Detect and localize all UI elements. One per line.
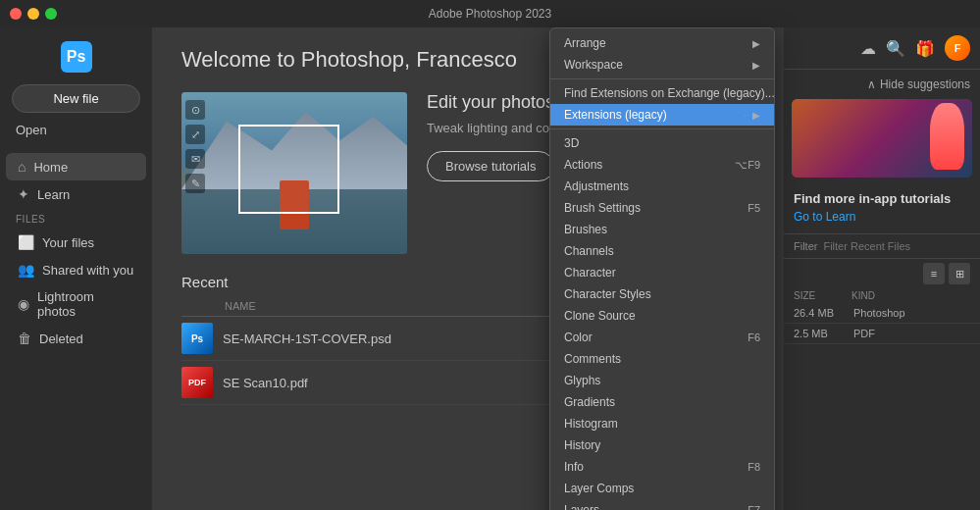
grid-view-button[interactable]: ⊞: [949, 263, 970, 284]
dropdown-item-histogram[interactable]: Histogram: [550, 413, 774, 434]
dropdown-item-layers[interactable]: Layers F7: [550, 499, 774, 510]
right-file-kind: Photoshop: [853, 307, 970, 319]
learn-icon: ✦: [18, 186, 29, 202]
selection-box: [238, 125, 340, 214]
filter-input[interactable]: [823, 240, 970, 252]
list-view-button[interactable]: ≡: [923, 263, 945, 284]
view-toggle: ≡ ⊞: [784, 259, 980, 288]
item-label: 3D: [564, 136, 760, 150]
shortcut-label: F6: [748, 332, 760, 343]
window-menu-dropdown[interactable]: Arrange ▶ Workspace ▶ Find Extensions on…: [549, 27, 775, 510]
dropdown-item-channels[interactable]: Channels: [550, 240, 774, 262]
filter-label: Filter: [794, 240, 817, 252]
sidebar: Ps New file Open ⌂ Home ✦ Learn FILES ⬜ …: [0, 27, 152, 510]
item-label: Color: [564, 331, 748, 344]
sidebar-item-learn-label: Learn: [37, 187, 70, 202]
tool-lasso: ⊙: [185, 100, 205, 120]
gift-icon[interactable]: 🎁: [915, 39, 935, 58]
tool-envelope: ✉: [185, 149, 205, 169]
sidebar-item-home[interactable]: ⌂ Home: [6, 153, 146, 180]
right-col-size: SIZE: [794, 290, 848, 301]
arrange-label: Arrange: [564, 36, 752, 50]
item-label: Character: [564, 266, 760, 280]
dropdown-item-glyphs[interactable]: Glyphs: [550, 370, 774, 391]
shortcut-label: F5: [748, 202, 760, 214]
dropdown-item-character[interactable]: Character: [550, 262, 774, 283]
dropdown-item-clone-source[interactable]: Clone Source: [550, 305, 774, 327]
dropdown-item-3d[interactable]: 3D: [550, 132, 774, 154]
right-file-size: 2.5 MB: [794, 328, 848, 339]
open-button[interactable]: Open: [0, 119, 152, 141]
dropdown-item-gradients[interactable]: Gradients: [550, 391, 774, 413]
item-label: Channels: [564, 244, 760, 258]
item-label: Glyphs: [564, 374, 760, 387]
minimize-button[interactable]: [27, 8, 39, 20]
sidebar-item-lightroom[interactable]: ◉ Lightroom photos: [6, 283, 146, 325]
workspace-label: Workspace: [564, 58, 752, 72]
avatar[interactable]: F: [945, 35, 970, 61]
dropdown-item-character-styles[interactable]: Character Styles: [550, 283, 774, 305]
item-label: Brushes: [564, 223, 760, 236]
shortcut-label: F7: [748, 504, 760, 510]
right-file-item[interactable]: 2.5 MB PDF: [784, 324, 980, 344]
right-file-size: 26.4 MB: [794, 307, 848, 319]
trash-icon: 🗑: [18, 331, 31, 346]
hide-suggestions-label: Hide suggestions: [880, 77, 970, 91]
sidebar-item-learn[interactable]: ✦ Learn: [6, 180, 146, 208]
item-label: Adjustments: [564, 179, 760, 193]
find-extensions-label: Find Extensions on Exchange (legacy)...: [564, 86, 775, 100]
dropdown-item-find-extensions[interactable]: Find Extensions on Exchange (legacy)...: [550, 82, 774, 104]
dropdown-item-actions[interactable]: Actions ⌥F9: [550, 154, 774, 176]
item-label: Gradients: [564, 395, 760, 409]
shared-label: Shared with you: [42, 263, 133, 278]
item-label: Comments: [564, 352, 760, 366]
item-label: History: [564, 438, 760, 452]
shortcut-label: ⌥F9: [735, 159, 760, 172]
right-file-item[interactable]: 26.4 MB Photoshop: [784, 303, 980, 324]
chevron-up-icon: ∧: [867, 77, 876, 91]
dropdown-item-brushes[interactable]: Brushes: [550, 219, 774, 240]
maximize-button[interactable]: [45, 8, 57, 20]
dropdown-item-history[interactable]: History: [550, 434, 774, 456]
new-file-button[interactable]: New file: [12, 84, 140, 113]
item-label: Info: [564, 460, 748, 474]
file-name: SE-MARCH-1ST-COVER.psd: [223, 332, 588, 346]
dropdown-item-arrange[interactable]: Arrange ▶: [550, 32, 774, 54]
item-label: Brush Settings: [564, 201, 748, 215]
sidebar-item-deleted[interactable]: 🗑 Deleted: [6, 325, 146, 352]
dropdown-item-workspace[interactable]: Workspace ▶: [550, 54, 774, 76]
file-thumbnail: PDF: [181, 367, 213, 398]
dropdown-item-info[interactable]: Info F8: [550, 456, 774, 478]
tutorials-title: Find more in-app tutorials: [784, 185, 980, 208]
suggestions-image: [792, 99, 972, 178]
hide-suggestions-button[interactable]: ∧ Hide suggestions: [784, 70, 980, 99]
close-button[interactable]: [10, 8, 22, 20]
dropdown-item-extensions-legacy[interactable]: Extensions (legacy) ← ▶: [550, 104, 774, 126]
dropdown-item-adjustments[interactable]: Adjustments: [550, 176, 774, 197]
cloud-icon[interactable]: ☁: [860, 39, 876, 58]
tool-pen: ✎: [185, 174, 205, 193]
your-files-label: Your files: [42, 235, 94, 250]
sidebar-item-shared[interactable]: 👥 Shared with you: [6, 256, 146, 283]
menu-separator: [550, 128, 774, 129]
sidebar-item-your-files[interactable]: ⬜ Your files: [6, 229, 146, 256]
col-header-name: NAME: [181, 300, 588, 312]
titlebar: Adobe Photoshop 2023: [0, 0, 980, 27]
right-file-kind: PDF: [853, 328, 970, 339]
file-thumbnail: Ps: [181, 323, 213, 354]
dropdown-item-brush-settings[interactable]: Brush Settings F5: [550, 197, 774, 219]
extensions-legacy-label: Extensions (legacy): [564, 108, 742, 122]
browse-tutorials-button[interactable]: Browse tutorials: [427, 151, 554, 181]
item-label: Clone Source: [564, 309, 760, 323]
lightroom-label: Lightroom photos: [37, 289, 134, 319]
dropdown-item-comments[interactable]: Comments: [550, 348, 774, 370]
lightroom-icon: ◉: [18, 296, 29, 312]
right-col-kind: KIND: [851, 290, 970, 301]
item-label: Actions: [564, 158, 735, 172]
go-to-learn-link[interactable]: Go to Learn: [784, 208, 980, 233]
shortcut-label: F8: [748, 461, 760, 473]
dropdown-item-layer-comps[interactable]: Layer Comps: [550, 478, 774, 499]
dropdown-item-color[interactable]: Color F6: [550, 327, 774, 348]
search-icon[interactable]: 🔍: [886, 39, 905, 58]
item-label: Histogram: [564, 417, 760, 431]
